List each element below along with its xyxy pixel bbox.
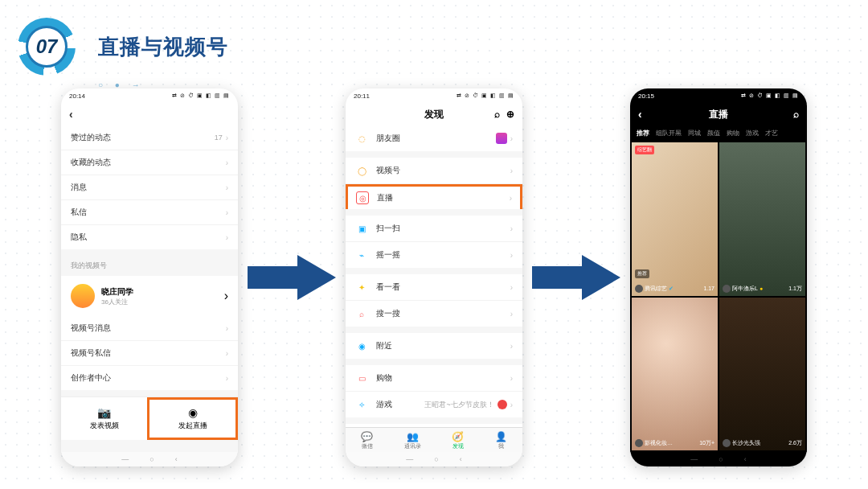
discover-item-nearby[interactable]: ◉附近› [346,333,522,359]
streamer-name: 腾讯综艺 [645,285,667,293]
scan-icon: ▣ [355,222,368,235]
nearby-icon: ◉ [355,339,368,352]
item-label: 直播 [377,192,510,203]
avatar [497,400,507,409]
discover-item-search[interactable]: ⌕搜一搜› [346,301,522,327]
back-icon[interactable]: ‹ [638,108,642,121]
publish-video-button[interactable]: 📷 发表视频 [61,397,147,440]
plus-icon[interactable]: ⊕ [506,109,514,120]
list-item[interactable]: 视频号消息› [61,316,238,341]
viewer-count: 2.6万 [788,439,802,447]
tab-talent[interactable]: 才艺 [765,129,778,138]
discover-item-look[interactable]: ✦看一看› [346,274,522,301]
tab-label: 通讯录 [404,442,421,450]
tab-label: 微信 [362,442,373,450]
tab-team[interactable]: 组队开黑 [656,129,682,138]
android-nav: —○‹ [346,452,522,466]
back-icon[interactable]: ‹ [69,108,73,121]
chevron-right-icon: › [226,208,228,217]
item-label: 购物 [376,372,510,384]
phone-2: 20:11 ⇄ ⊘ ⏱ ▣ ◧ ▥ ▤ 发现 ⌕ ⊕ ◌朋友圈› ◯视频号› ◎… [346,88,522,466]
shopping-icon: ▭ [355,372,368,384]
action-label: 发表视频 [90,421,119,431]
avatar [723,439,731,447]
item-label: 游戏 [376,399,424,410]
discover-item-shopping[interactable]: ▭购物› [346,365,522,392]
page-title: 直播 [709,108,728,121]
discover-item-games[interactable]: ✧游戏王昭君~七夕节皮肤！› [346,392,522,417]
live-icon: ◎ [356,191,369,204]
list-item[interactable]: 隐私› [61,225,238,249]
thumbnail [719,298,805,451]
streamer-name: 阿牛渔乐L [732,285,758,293]
tab-shopping[interactable]: 购物 [727,129,739,138]
list-item[interactable]: 赞过的动态17› [61,125,238,150]
action-label: 发起直播 [178,421,207,431]
discover-item-moments[interactable]: ◌朋友圈› [346,125,522,151]
chevron-right-icon: › [226,324,228,333]
chevron-right-icon: › [510,342,513,351]
item-label: 朋友圈 [376,133,496,144]
discover-item-scan[interactable]: ▣扫一扫› [346,216,522,242]
search-icon[interactable]: ⌕ [793,109,799,120]
svg-marker-1 [532,255,620,300]
avatar [635,439,643,447]
avatar [496,133,507,144]
live-cell[interactable]: 阿牛渔乐L●1.1万 [719,142,805,296]
badge: 综艺翻 [635,146,654,154]
list-item[interactable]: 创作者中心› [61,366,238,390]
list-item[interactable]: 消息› [61,175,238,200]
start-live-button[interactable]: ◉ 发起直播 [147,397,238,440]
chevron-right-icon: › [226,183,228,192]
status-icons: ⇄ ⊘ ⏱ ▣ ◧ ▥ ▤ [457,92,514,99]
profile-sub: 36人关注 [101,298,133,306]
item-label: 视频号 [376,165,510,176]
chevron-right-icon: › [226,134,228,142]
discover-item-channels[interactable]: ◯视频号› [346,158,522,184]
item-value: 王昭君~七夕节皮肤！ [424,400,493,410]
live-cell[interactable]: 综艺翻 推荐 腾讯综艺✔1.17 [632,142,718,296]
titlebar-3: ‹ 直播 ⌕ [630,103,807,125]
item-value: 17 [215,134,223,142]
streamer-name: 长沙光头强 [732,439,760,447]
tab-local[interactable]: 同城 [688,129,701,138]
tab-beauty[interactable]: 颜值 [707,129,720,138]
chevron-right-icon: › [226,349,228,358]
tab-me[interactable]: 👤我 [495,431,507,450]
chevron-right-icon: › [510,224,513,233]
tab-recommend[interactable]: 推荐 [637,129,649,138]
tab-chat[interactable]: 💬微信 [361,431,373,450]
live-icon: ◉ [188,406,198,419]
thumbnail [719,142,805,296]
time: 20:14 [69,92,85,100]
tab-game[interactable]: 游戏 [746,129,759,138]
tab-discover[interactable]: 🧭发现 [452,431,464,450]
chevron-right-icon: › [510,401,513,409]
live-cell[interactable]: 长沙光头强2.6万 [719,298,805,451]
list-item[interactable]: 私信› [61,200,238,225]
discover-icon: 🧭 [452,431,464,442]
tab-label: 我 [498,442,504,450]
time: 20:15 [638,92,654,100]
profile-name: 晓庄同学 [101,286,133,298]
page-title: 发现 [424,108,444,121]
android-nav: —○‹ [630,452,807,466]
profile-row[interactable]: 晓庄同学 36人关注 › [61,276,238,316]
item-label: 收藏的动态 [71,157,226,168]
look-icon: ✦ [355,281,368,294]
discover-item-live[interactable]: ◎直播› [346,184,522,209]
chevron-right-icon: › [226,158,228,167]
list-item[interactable]: 视频号私信› [61,341,238,366]
me-icon: 👤 [495,431,507,442]
item-label: 搜一搜 [376,308,510,319]
search-icon[interactable]: ⌕ [494,109,500,120]
discover-item-shake[interactable]: ⌁摇一摇› [346,242,522,268]
tab-contacts[interactable]: 👥通讯录 [404,431,421,450]
chevron-right-icon: › [510,134,513,143]
search-icon: ⌕ [355,307,368,320]
statusbar-1: 20:14 ⇄ ⊘ ⏱ ▣ ◧ ▥ ▤ [61,88,238,103]
chevron-right-icon: › [226,233,228,242]
live-cell[interactable]: 影视化妆…10万+ [632,298,718,451]
list-item[interactable]: 收藏的动态› [61,150,238,175]
item-label: 视频号私信 [71,347,226,359]
